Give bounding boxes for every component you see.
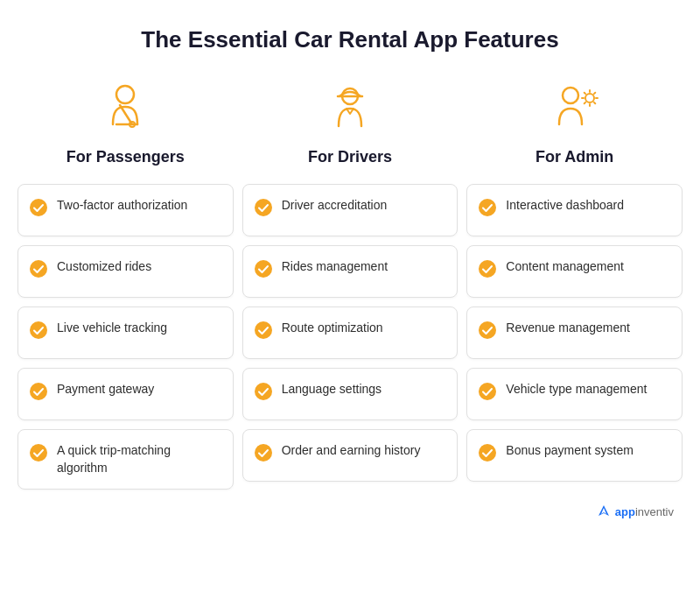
feature-label: Content management bbox=[506, 258, 624, 276]
check-icon bbox=[478, 321, 497, 340]
list-item: Driver accreditation bbox=[242, 184, 458, 236]
svg-line-22 bbox=[584, 92, 585, 93]
svg-line-25 bbox=[584, 102, 585, 102]
check-icon bbox=[478, 198, 497, 217]
column-drivers: For Drivers Driver accreditation Rides m… bbox=[242, 78, 458, 490]
check-icon bbox=[29, 321, 48, 340]
svg-point-6 bbox=[30, 321, 47, 339]
feature-label: Two-factor authorization bbox=[57, 197, 187, 215]
list-item: Order and earning history bbox=[242, 429, 458, 482]
svg-point-8 bbox=[30, 444, 47, 462]
feature-label: Driver accreditation bbox=[282, 197, 388, 215]
check-icon bbox=[29, 443, 48, 462]
check-icon bbox=[29, 382, 48, 401]
passenger-icon bbox=[94, 78, 156, 139]
svg-point-28 bbox=[479, 321, 496, 339]
list-item: Two-factor authorization bbox=[18, 184, 234, 236]
list-item: A quick trip-matching algorithm bbox=[18, 429, 234, 490]
logo-area: appinventiv bbox=[18, 504, 682, 519]
list-item: Customized rides bbox=[18, 245, 234, 298]
check-icon bbox=[478, 443, 497, 462]
feature-label: Payment gateway bbox=[57, 381, 154, 398]
list-item: Payment gateway bbox=[18, 368, 234, 420]
check-icon bbox=[478, 382, 497, 401]
feature-label: Order and earning history bbox=[282, 442, 421, 460]
svg-point-27 bbox=[479, 260, 496, 278]
svg-point-4 bbox=[30, 199, 47, 216]
list-item: Rides management bbox=[242, 245, 458, 298]
feature-label: Revenue management bbox=[506, 320, 630, 337]
check-icon bbox=[254, 259, 273, 278]
svg-point-11 bbox=[255, 199, 272, 216]
column-header-drivers: For Drivers bbox=[308, 78, 392, 166]
column-passengers: For Passengers Two-factor authorization … bbox=[18, 78, 234, 490]
column-header-passengers: For Passengers bbox=[66, 78, 185, 166]
appinventiv-logo-icon bbox=[596, 504, 612, 519]
check-icon bbox=[29, 259, 48, 278]
svg-line-24 bbox=[594, 92, 595, 93]
feature-label: Rides management bbox=[282, 258, 388, 276]
svg-point-29 bbox=[479, 383, 496, 400]
column-admin: For Admin Interactive dashboard Content … bbox=[466, 78, 682, 490]
admin-features: Interactive dashboard Content management… bbox=[466, 184, 682, 482]
logo-text: appinventiv bbox=[615, 505, 674, 518]
list-item: Route optimization bbox=[242, 307, 458, 359]
feature-label: Route optimization bbox=[282, 320, 383, 337]
svg-line-23 bbox=[594, 102, 595, 102]
list-item: Language settings bbox=[242, 368, 458, 420]
feature-label: Interactive dashboard bbox=[506, 197, 624, 215]
svg-point-26 bbox=[479, 199, 496, 216]
list-item: Bonus payment system bbox=[466, 429, 682, 482]
list-item: Vehicle type management bbox=[466, 368, 682, 420]
feature-label: Bonus payment system bbox=[506, 442, 634, 460]
list-item: Interactive dashboard bbox=[466, 184, 682, 236]
logo-brand-prefix: app bbox=[615, 505, 635, 518]
svg-point-16 bbox=[563, 88, 578, 103]
svg-point-7 bbox=[30, 383, 47, 400]
feature-label: Live vehicle tracking bbox=[57, 320, 167, 337]
list-item: Content management bbox=[466, 245, 682, 298]
admin-icon bbox=[544, 78, 606, 139]
columns-container: For Passengers Two-factor authorization … bbox=[18, 78, 682, 490]
feature-label: Language settings bbox=[282, 381, 382, 398]
feature-label: Vehicle type management bbox=[506, 381, 647, 398]
svg-point-13 bbox=[255, 321, 272, 339]
svg-point-12 bbox=[255, 260, 272, 278]
page-title: The Essential Car Rental App Features bbox=[18, 26, 682, 53]
drivers-title: For Drivers bbox=[308, 148, 392, 166]
admin-title: For Admin bbox=[536, 148, 613, 166]
feature-label: A quick trip-matching algorithm bbox=[57, 442, 220, 476]
svg-point-0 bbox=[116, 86, 134, 103]
list-item: Live vehicle tracking bbox=[18, 307, 234, 359]
svg-point-5 bbox=[30, 260, 47, 278]
check-icon bbox=[254, 198, 273, 217]
svg-point-14 bbox=[255, 383, 272, 400]
check-icon bbox=[254, 382, 273, 401]
drivers-features: Driver accreditation Rides management Ro… bbox=[242, 184, 458, 482]
logo-brand-suffix: inventiv bbox=[635, 505, 674, 518]
feature-label: Customized rides bbox=[57, 258, 151, 276]
check-icon bbox=[254, 321, 273, 340]
column-header-admin: For Admin bbox=[536, 78, 613, 166]
passengers-title: For Passengers bbox=[66, 148, 185, 166]
svg-point-15 bbox=[255, 444, 272, 462]
driver-icon bbox=[319, 78, 381, 139]
passengers-features: Two-factor authorization Customized ride… bbox=[18, 184, 234, 490]
check-icon bbox=[29, 198, 48, 217]
list-item: Revenue management bbox=[466, 307, 682, 359]
check-icon bbox=[478, 259, 497, 278]
svg-point-17 bbox=[585, 94, 594, 102]
check-icon bbox=[254, 443, 273, 462]
svg-point-30 bbox=[479, 444, 496, 462]
